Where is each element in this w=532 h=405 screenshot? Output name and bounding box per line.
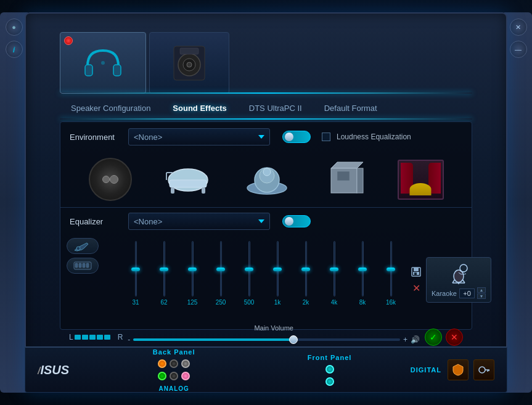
preset-plate[interactable]: [244, 158, 290, 201]
volume-row: L R Main Volume - + 🔊 ✓ ✕: [60, 325, 472, 350]
asus-logo: /ISUS: [38, 363, 93, 377]
right-btn-close[interactable]: ✕: [510, 18, 527, 36]
environment-dropdown-value: <None>: [134, 133, 162, 142]
keyboard-icon: [73, 261, 92, 271]
fader-handle-1k[interactable]: [273, 268, 282, 271]
equalizer-row: Equalizer <None>: [60, 207, 472, 235]
icon-tab-speaker[interactable]: [149, 32, 229, 94]
fader-track-250[interactable]: [220, 241, 222, 297]
fader-500: 500: [235, 241, 263, 306]
preset-theater[interactable]: [398, 160, 444, 200]
volume-action-buttons: ✓ ✕: [425, 329, 463, 346]
fader-handle-4k[interactable]: [330, 268, 338, 271]
karaoke-box: Karaoke +0 ▲ ▼: [426, 257, 491, 303]
fader-track-31[interactable]: [135, 241, 137, 297]
equalizer-dropdown[interactable]: <None>: [128, 213, 270, 230]
separator-line: [60, 92, 472, 94]
eq-keyboard-btn[interactable]: [67, 258, 99, 274]
volume-cancel-btn[interactable]: ✕: [446, 329, 463, 346]
bottom-key-btn[interactable]: [473, 359, 494, 380]
fader-label-8k: 8k: [359, 299, 366, 306]
svg-point-2: [101, 61, 105, 65]
volume-thumb[interactable]: [289, 335, 298, 344]
eq-close-btn[interactable]: ✕: [409, 281, 423, 295]
karaoke-label-row: Karaoke +0 ▲ ▼: [432, 287, 486, 299]
right-side-panel: ✕ —: [504, 12, 532, 393]
svg-line-36: [462, 279, 465, 283]
tab-navigation: Speaker Configuration Sound Effects DTS …: [60, 97, 472, 118]
fader-handle-8k[interactable]: [358, 268, 367, 271]
environment-toggle[interactable]: [282, 131, 311, 143]
environment-dropdown[interactable]: <None>: [128, 128, 270, 145]
fader-handle-62[interactable]: [160, 268, 168, 271]
front-panel-cyan-connector-2[interactable]: [325, 377, 334, 386]
tab-speaker-config[interactable]: Speaker Configuration: [60, 99, 162, 118]
eq-save-btn[interactable]: [409, 265, 423, 279]
preset-bathtub[interactable]: [163, 162, 213, 197]
speaker-volume-icon: 🔊: [411, 335, 420, 344]
eq-left-buttons: [67, 238, 99, 274]
room-icon: [322, 159, 366, 200]
karaoke-icon: [446, 261, 471, 285]
left-btn-2[interactable]: i: [6, 41, 23, 58]
preset-stone[interactable]: [89, 158, 132, 201]
fader-handle-500[interactable]: [245, 268, 253, 271]
karaoke-up-btn[interactable]: ▲: [477, 287, 486, 293]
svg-point-38: [479, 367, 485, 373]
back-panel-pink-connector[interactable]: [181, 372, 190, 380]
right-channel-label: R: [118, 333, 123, 342]
svg-rect-0: [85, 65, 92, 76]
fader-125: 125: [179, 241, 206, 306]
svg-rect-20: [357, 168, 363, 193]
front-panel-cyan-connector[interactable]: [325, 365, 334, 374]
volume-confirm-btn[interactable]: ✓: [425, 329, 442, 346]
back-panel-label: Back Panel: [153, 348, 195, 356]
back-panel-black-connector[interactable]: [170, 359, 178, 368]
loudness-checkbox[interactable]: [322, 133, 330, 141]
back-panel-orange-connector[interactable]: [158, 359, 166, 368]
karaoke-arrows: ▲ ▼: [477, 287, 486, 299]
fader-track-8k[interactable]: [362, 241, 364, 297]
key-icon: [477, 364, 491, 376]
fader-track-16k[interactable]: [390, 241, 392, 297]
svg-point-6: [187, 62, 192, 67]
back-panel-gray-connector[interactable]: [181, 359, 190, 368]
eq-guitar-btn[interactable]: [67, 238, 99, 254]
equalizer-toggle[interactable]: [282, 215, 311, 227]
fader-handle-31[interactable]: [131, 268, 140, 271]
fader-track-500[interactable]: [248, 241, 250, 297]
fader-track-2k[interactable]: [305, 241, 307, 297]
environment-row: Environment <None> Loudness Equalization: [60, 122, 472, 152]
back-panel-green-connector[interactable]: [158, 372, 166, 380]
fader-handle-125[interactable]: [188, 268, 197, 271]
tab-default-format[interactable]: Default Format: [313, 99, 388, 118]
fader-track-125[interactable]: [192, 241, 194, 297]
stone-icon: [89, 158, 132, 201]
fader-track-62[interactable]: [163, 241, 165, 297]
main-volume-slider[interactable]: [133, 338, 400, 341]
fader-label-2k: 2k: [303, 299, 309, 306]
fader-handle-250[interactable]: [216, 268, 225, 271]
tab-dts-ultrapc[interactable]: DTS UltraPC II: [238, 99, 313, 118]
fader-handle-2k[interactable]: [301, 268, 310, 271]
fader-track-4k[interactable]: [334, 241, 335, 297]
environment-presets: [60, 152, 472, 207]
main-volume-slider-container: Main Volume - + 🔊: [128, 335, 420, 344]
right-btn-minimize[interactable]: —: [510, 41, 527, 58]
theater-stage: [410, 183, 432, 195]
fader-label-1k: 1k: [274, 299, 281, 306]
l-indicator: L: [69, 333, 110, 342]
bottom-shield-btn[interactable]: [448, 359, 469, 380]
back-panel-black-connector-2[interactable]: [170, 372, 178, 380]
left-btn-1[interactable]: ●: [6, 18, 23, 36]
tab-sound-effects[interactable]: Sound Effects: [162, 99, 237, 118]
karaoke-down-btn[interactable]: ▼: [477, 293, 486, 299]
faders-area: 31 62 125 2: [60, 235, 472, 309]
bottom-bar: /ISUS Back Panel ANALOG Front Panel DIGI…: [25, 346, 507, 393]
icon-tab-headphone[interactable]: [60, 32, 146, 94]
preset-room[interactable]: [322, 159, 366, 200]
fader-handle-16k[interactable]: [387, 268, 395, 271]
svg-marker-18: [331, 162, 363, 168]
fader-track-1k[interactable]: [277, 241, 279, 297]
fader-250: 250: [207, 241, 234, 306]
